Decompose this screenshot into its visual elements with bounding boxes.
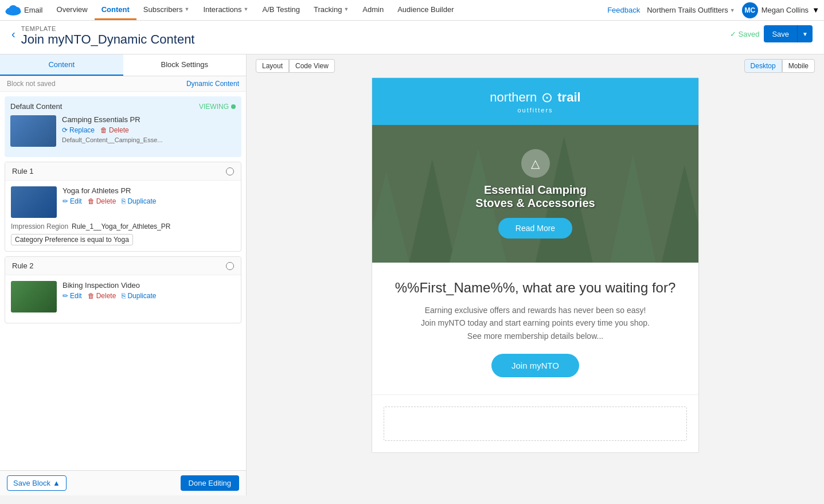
email-hero: △ Essential Camping Stoves & Accessories… <box>372 125 699 263</box>
rule-2-header: Rule 2 <box>5 257 241 275</box>
page-title: Join myNTO_Dynamic Content <box>21 32 195 47</box>
panel-bottom: Save Block ▲ Done Editing <box>0 470 246 495</box>
rule-2-title: Rule 2 <box>12 261 34 270</box>
app-logo[interactable]: Email <box>5 5 43 16</box>
default-content-title: Default Content <box>10 102 62 111</box>
nav-right-area: Feedback Northern Trails Outfitters ▼ MC… <box>607 2 819 18</box>
thumb-image <box>10 115 56 147</box>
pencil-icon: ✏ <box>63 292 68 300</box>
rule-1-item: Yoga for Athletes PR ✏ Edit 🗑 Delete <box>11 186 235 218</box>
rule-2-item-name: Biking Inspection Video <box>63 281 235 290</box>
trash-icon: 🗑 <box>88 292 95 300</box>
nav-item-tracking[interactable]: Tracking ▼ <box>307 0 356 20</box>
trash-icon: 🗑 <box>88 197 95 205</box>
layout-view-button[interactable]: Layout <box>256 59 289 73</box>
code-view-button[interactable]: Code View <box>289 59 335 73</box>
default-content-header: Default Content VIEWING <box>10 102 236 111</box>
content-item-id: Default_Content__Camping_Esse... <box>62 136 236 143</box>
nav-item-interactions[interactable]: Interactions ▼ <box>196 0 255 20</box>
delete-action-rule2[interactable]: 🗑 Delete <box>88 292 116 300</box>
rule-1-item-info: Yoga for Athletes PR ✏ Edit 🗑 Delete <box>63 186 235 208</box>
nav-item-content[interactable]: Content <box>95 0 136 20</box>
org-selector[interactable]: Northern Trails Outfitters ▼ <box>647 6 735 14</box>
view-toggle-group: Layout Code View <box>256 59 335 73</box>
duplicate-icon: ⎘ <box>122 197 126 205</box>
saved-status: ✓ Saved <box>730 30 760 38</box>
rule-1-title: Rule 1 <box>12 167 34 175</box>
impression-value: Rule_1__Yoga_for_Athletes_PR <box>72 222 170 230</box>
email-preview: northern ⊙ trail outfitters <box>372 77 700 453</box>
edit-action-rule1[interactable]: ✏ Edit <box>63 197 82 205</box>
rule-2-block: Rule 2 Biking Inspection Video ✏ Edit <box>5 256 241 323</box>
header-info: TEMPLATE Join myNTO_Dynamic Content <box>21 25 195 47</box>
tab-content[interactable]: Content <box>0 54 123 76</box>
back-button[interactable]: ‹ <box>11 28 15 41</box>
viewing-dot-icon <box>231 104 236 109</box>
nav-item-admin[interactable]: Admin <box>356 0 390 20</box>
tent-icon: △ <box>531 157 540 170</box>
hero-title: Essential Camping Stoves & Accessories <box>475 183 595 210</box>
rule-1-item-actions: ✏ Edit 🗑 Delete ⎘ Duplicate <box>63 197 235 205</box>
brand-icon: ⊙ <box>541 89 553 106</box>
nav-item-audience-builder[interactable]: Audience Builder <box>390 0 460 20</box>
viewing-label: VIEWING <box>199 103 229 111</box>
rule-2-content: Biking Inspection Video ✏ Edit 🗑 Delete <box>5 275 241 323</box>
duplicate-action-rule2[interactable]: ⎘ Duplicate <box>122 292 156 300</box>
save-dropdown-button[interactable]: ▼ <box>797 25 813 42</box>
page-header: ‹ TEMPLATE Join myNTO_Dynamic Content ✓ … <box>0 21 824 54</box>
save-button-group: Save ▼ <box>764 25 813 42</box>
chevron-up-icon: ▲ <box>53 479 60 487</box>
delete-action-rule1[interactable]: 🗑 Delete <box>88 197 116 205</box>
check-icon: ✓ <box>730 30 736 38</box>
chevron-down-icon: ▼ <box>343 6 349 12</box>
rule-1-radio[interactable] <box>226 167 234 175</box>
rule-1-block: Rule 1 Yoga for Athletes PR ✏ Edit <box>5 162 241 252</box>
brand-trail: trail <box>557 90 580 105</box>
rule-2-item-actions: ✏ Edit 🗑 Delete ⎘ Duplicate <box>63 292 235 300</box>
content-item-info: Camping Essentials PR ⟳ Replace 🗑 Delete <box>62 115 236 143</box>
rule-1-content: Yoga for Athletes PR ✏ Edit 🗑 Delete <box>5 181 241 251</box>
save-block-button[interactable]: Save Block ▲ <box>7 475 67 491</box>
delete-action[interactable]: 🗑 Delete <box>100 126 129 134</box>
tab-block-settings[interactable]: Block Settings <box>123 54 247 76</box>
default-content-item: Camping Essentials PR ⟳ Replace 🗑 Delete <box>10 115 236 147</box>
impression-region-row: Impression Region Rule_1__Yoga_for_Athle… <box>11 222 235 230</box>
filter-tag: Category Preference is equal to Yoga <box>11 234 133 245</box>
block-not-saved-label: Block not saved <box>7 80 56 88</box>
desktop-view-button[interactable]: Desktop <box>744 59 782 73</box>
nav-items: Overview Content Subscribers ▼ Interacti… <box>50 0 608 20</box>
brand-name: northern <box>490 90 537 105</box>
user-menu[interactable]: MC Megan Collins ▼ <box>742 2 819 18</box>
edit-action-rule2[interactable]: ✏ Edit <box>63 292 82 300</box>
rule-2-radio[interactable] <box>226 262 234 270</box>
save-button[interactable]: Save <box>764 25 797 42</box>
content-item-name: Camping Essentials PR <box>62 115 236 124</box>
content-thumbnail <box>10 115 56 147</box>
nav-item-ab-testing[interactable]: A/B Testing <box>256 0 307 20</box>
replace-icon: ⟳ <box>62 126 68 134</box>
app-name: Email <box>24 6 43 14</box>
done-editing-button[interactable]: Done Editing <box>181 475 239 491</box>
impression-label: Impression Region <box>11 222 68 230</box>
feedback-link[interactable]: Feedback <box>607 6 640 14</box>
top-navigation: Email Overview Content Subscribers ▼ Int… <box>0 0 824 21</box>
duplicate-action-rule1[interactable]: ⎘ Duplicate <box>122 197 156 205</box>
footer-placeholder <box>384 407 688 441</box>
email-footer <box>372 394 699 452</box>
header-actions: ✓ Saved Save ▼ <box>730 25 813 42</box>
replace-action[interactable]: ⟳ Replace <box>62 126 95 134</box>
email-cta-button[interactable]: Join myNTO <box>491 354 579 377</box>
svg-point-3 <box>9 5 18 13</box>
hero-icon: △ <box>521 149 550 178</box>
right-toolbar: Layout Code View Desktop Mobile <box>247 54 824 77</box>
hero-read-more-button[interactable]: Read More <box>498 218 572 239</box>
nav-item-overview[interactable]: Overview <box>50 0 95 20</box>
panel-bar: Block not saved Dynamic Content <box>0 76 246 92</box>
duplicate-icon: ⎘ <box>122 292 126 300</box>
mobile-view-button[interactable]: Mobile <box>782 59 815 73</box>
nav-item-subscribers[interactable]: Subscribers ▼ <box>136 0 197 20</box>
dynamic-content-label: Dynamic Content <box>186 80 239 88</box>
email-body-title: %%First_Name%%, what are you waiting for… <box>395 280 676 296</box>
device-toggle-group: Desktop Mobile <box>744 59 815 73</box>
email-header-banner: northern ⊙ trail outfitters <box>372 78 699 125</box>
